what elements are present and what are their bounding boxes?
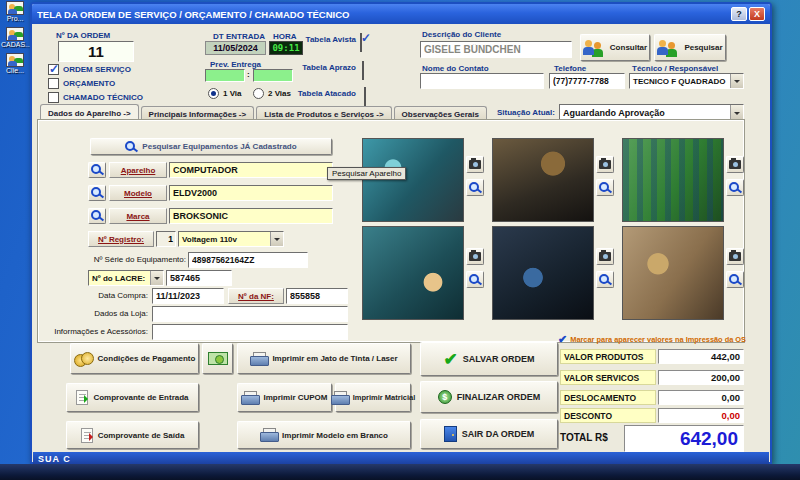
photo-zoom-button[interactable] [726,179,744,196]
lacre-select[interactable]: Nº do LACRE: [88,270,164,286]
dropdown-arrow-icon[interactable] [730,74,743,88]
modelo-input[interactable] [169,185,333,201]
modelo-label[interactable]: Modelo [109,185,167,201]
equipment-photo-4[interactable] [362,226,464,320]
comprovante-entrada-button[interactable]: Comprovante de Entrada [66,383,199,412]
magnifier-icon [729,182,741,194]
photo-capture-button[interactable] [726,156,744,173]
dinheiro-button[interactable] [202,343,233,374]
condicoes-pagamento-button[interactable]: Condições de Pagamento [70,343,199,374]
equipment-photo-6[interactable] [622,226,724,320]
desktop-icon-cadastro[interactable]: CADAS... [1,27,29,48]
tab-dados-aparelho[interactable]: Dados do Aparelho -> [40,104,139,121]
technician-label: Técnico / Responsável [632,64,718,73]
comprovante-saida-button[interactable]: Comprovante de Saída [66,421,199,449]
photo-zoom-button[interactable] [466,179,484,196]
photo-zoom-button[interactable] [726,271,744,288]
orcamento-checkbox[interactable] [48,78,59,89]
dados-loja-input[interactable] [152,306,348,322]
aparelho-input[interactable] [169,162,333,178]
equipment-photo-5[interactable] [492,226,594,320]
receipt-in-icon [76,390,88,405]
two-copies-option[interactable]: 2 Vias [253,88,291,99]
tab-lista-produtos-servicos[interactable]: Lista de Produtos e Serviços -> [256,106,391,121]
via2-radio[interactable] [253,88,264,99]
imprimir-cupom-button[interactable]: Imprimir CUPOM [237,383,332,412]
taskbar[interactable] [0,464,800,480]
printer-icon [250,352,267,366]
desktop-icon-pro[interactable]: Pro... [1,1,29,22]
phone-input[interactable] [549,73,625,89]
search-modelo-button[interactable] [88,185,106,201]
marca-label[interactable]: Marca [109,208,167,224]
current-status-select[interactable]: Aguardando Aprovação [559,104,744,121]
serie-input[interactable] [188,252,308,268]
photo-capture-button[interactable] [726,248,744,265]
equipment-photo-1[interactable] [362,138,464,222]
photo-capture-button[interactable] [466,248,484,265]
desktop-icon-clientes[interactable]: Clie... [1,53,29,74]
lacre-input[interactable] [166,270,232,286]
order-type-service-option[interactable]: ORDEM SERVIÇO [48,64,131,75]
order-type-budget-option[interactable]: ORÇAMENTO [48,78,115,89]
pesquisar-equipamentos-button[interactable]: Pesquisar Equipamentos JÁ Cadastrado [90,138,332,155]
technician-select[interactable]: TECNICO F QUADRADO [629,73,744,89]
imprimir-matricial-button[interactable]: Imprimir Matricial [335,383,411,412]
tab-principais-informacoes[interactable]: Principais Informações -> [141,106,255,121]
search-marca-button[interactable] [88,208,106,224]
marca-input[interactable] [169,208,333,224]
comprovante-saida-label: Comprovante de Saída [98,431,185,440]
photo-4-controls [466,248,484,288]
photo-zoom-button[interactable] [466,271,484,288]
comprovante-entrada-label: Comprovante de Entrada [93,393,188,402]
pesquisar-label: Pesquisar [684,43,722,52]
print-values-option[interactable]: ✔ Marcar para aparecer valores na Impres… [558,334,746,345]
photo-zoom-button[interactable] [596,179,614,196]
imprimir-jato-button[interactable]: Imprimir em Jato de Tinta / Laser [237,343,411,374]
client-description-input[interactable] [420,41,572,58]
via1-radio[interactable] [208,88,219,99]
finalizar-ordem-button[interactable]: $ FINALIZAR ORDEM [420,381,558,413]
aparelho-label[interactable]: Aparelho [109,162,167,178]
tabela-avista-checkbox[interactable] [360,33,362,52]
equipment-photo-3[interactable] [622,138,724,222]
help-button[interactable]: ? [731,7,747,21]
photo-capture-button[interactable] [596,156,614,173]
nf-input[interactable] [286,288,348,304]
order-type-call-option[interactable]: CHAMADO TÉCNICO [48,92,143,103]
tabela-aprazo-checkbox[interactable] [362,61,364,80]
desktop-icon-label: Pro... [1,15,29,22]
salvar-ordem-button[interactable]: ✔ SALVAR ORDEM [420,342,558,376]
equipment-photo-2[interactable] [492,138,594,222]
search-aparelho-button[interactable] [88,162,106,178]
imprimir-modelo-branco-button[interactable]: Imprimir Modelo em Branco [237,421,411,449]
info-acessorios-input[interactable] [152,324,348,340]
photo-capture-button[interactable] [596,248,614,265]
delivery-date-field[interactable] [205,69,245,82]
contact-name-input[interactable] [420,73,544,89]
data-compra-input[interactable] [152,288,224,304]
dropdown-arrow-icon[interactable] [270,232,283,246]
dropdown-arrow-icon[interactable] [150,271,163,285]
desktop-icon-label: Clie... [1,67,29,74]
imprimir-cupom-label: Imprimir CUPOM [263,393,327,402]
consultar-button[interactable]: Consultar [580,34,650,61]
nf-label: Nº da NF: [228,288,284,304]
photo-capture-button[interactable] [466,156,484,173]
deslocamento-label: DESLOCAMENTO [560,390,656,405]
one-copy-option[interactable]: 1 Via [208,88,242,99]
pesquisar-cliente-button[interactable]: Pesquisar [654,34,726,61]
close-button[interactable]: X [749,7,765,21]
dropdown-arrow-icon[interactable] [730,105,743,120]
photo-zoom-button[interactable] [596,271,614,288]
window-titlebar[interactable]: TELA DA ORDEM DE SERVIÇO / ORÇAMENTO / C… [32,4,770,24]
contact-name-label: Nome do Contato [422,64,489,73]
printer-icon [331,391,348,405]
ordem-servico-checkbox[interactable] [48,64,59,75]
tab-observacoes-gerais[interactable]: Observações Gerais [394,106,487,121]
delivery-time-field[interactable] [253,69,293,82]
condicoes-pagamento-label: Condições de Pagamento [98,354,196,363]
chamado-tecnico-checkbox[interactable] [48,92,59,103]
voltagem-select[interactable]: Voltagem 110v [178,231,284,247]
sair-ordem-button[interactable]: SAIR DA ORDEM [420,419,558,449]
